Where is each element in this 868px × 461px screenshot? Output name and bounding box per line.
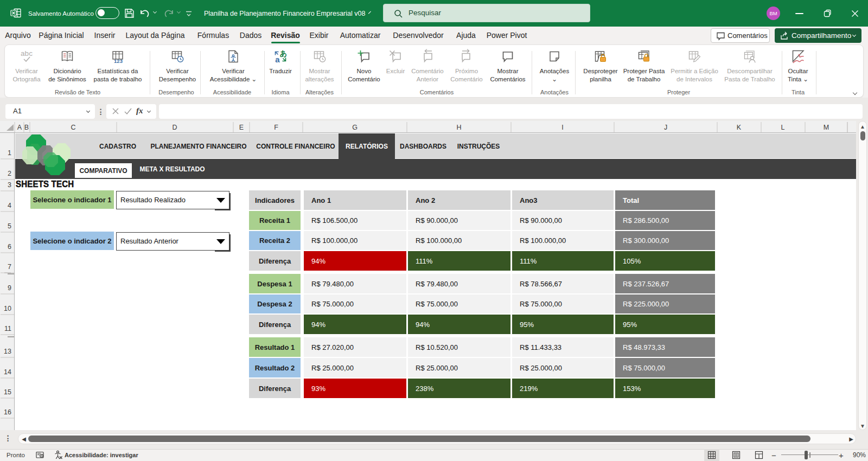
svg-text:6: 6 — [8, 243, 11, 251]
svg-text:D: D — [172, 124, 177, 131]
svg-text:123: 123 — [114, 58, 123, 64]
svg-text:16: 16 — [4, 408, 11, 416]
svg-text:9: 9 — [8, 284, 11, 292]
svg-text:13: 13 — [4, 348, 11, 355]
svg-text:5: 5 — [8, 222, 11, 230]
svg-text:H: H — [456, 124, 461, 131]
svg-text:L: L — [781, 124, 785, 131]
svg-text:2: 2 — [8, 170, 11, 177]
svg-text:15: 15 — [4, 388, 11, 396]
svg-text:A: A — [17, 124, 22, 131]
svg-text:10: 10 — [4, 305, 11, 312]
svg-text:abc: abc — [21, 49, 33, 57]
svg-text:14: 14 — [4, 368, 11, 376]
svg-text:E: E — [239, 124, 244, 131]
svg-text:M: M — [824, 124, 829, 131]
svg-text:11: 11 — [4, 325, 11, 332]
svg-text:3: 3 — [8, 181, 11, 189]
svg-text:あ: あ — [280, 49, 287, 57]
svg-text:J: J — [664, 124, 667, 131]
svg-text:G: G — [352, 124, 358, 131]
svg-text:K: K — [737, 124, 742, 131]
svg-text:I: I — [561, 124, 563, 131]
svg-text:7: 7 — [8, 263, 11, 271]
svg-text:1: 1 — [8, 149, 11, 157]
svg-text:B: B — [24, 124, 29, 131]
svg-text:4: 4 — [8, 202, 11, 209]
svg-text:F: F — [274, 124, 278, 131]
svg-text:C: C — [71, 124, 75, 131]
